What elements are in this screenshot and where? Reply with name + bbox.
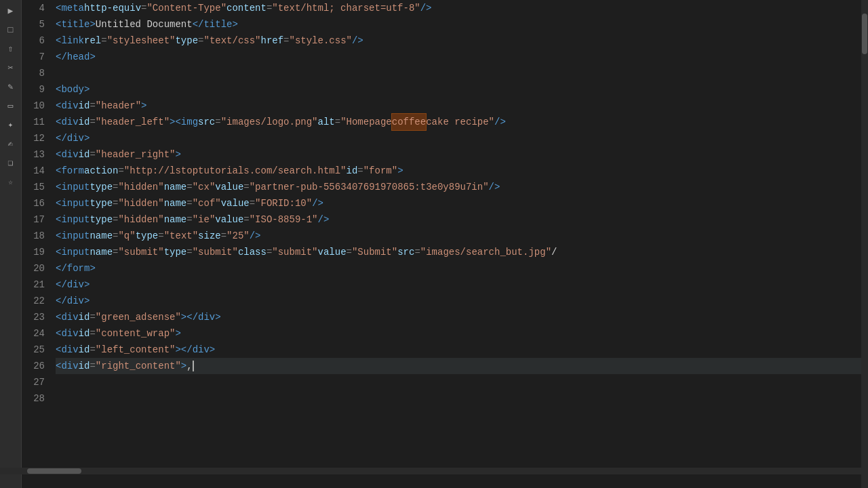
line-number-4: 4	[22, 0, 45, 16]
attr-name-token: http-equiv	[84, 0, 141, 16]
line-number-26: 26	[22, 358, 45, 374]
line-number-14: 14	[22, 163, 45, 179]
tag-token: >	[181, 358, 186, 374]
tag-token: </div>	[56, 130, 90, 146]
code-line-14: <form action="http://lstoptutorials.com/…	[56, 163, 861, 179]
toolbar-icon-eraser[interactable]: ▭	[3, 98, 19, 114]
punct-token: =	[90, 342, 95, 358]
line-number-5: 5	[22, 16, 45, 33]
line-number-10: 10	[22, 98, 45, 114]
punct-token: =	[158, 228, 163, 244]
attr-value-token: cake recipe"	[426, 114, 494, 130]
code-line-20: </form>	[56, 260, 861, 277]
line-number-9: 9	[22, 81, 45, 98]
line-number-21: 21	[22, 277, 45, 293]
punct-token: =	[347, 244, 352, 260]
line-number-19: 19	[22, 244, 45, 260]
code-line-27	[56, 374, 861, 390]
code-line-10: <div id="header">	[56, 98, 861, 114]
attr-value-token: "left_content"	[96, 342, 176, 358]
plain-token: ,	[186, 358, 192, 374]
punct-token: =	[186, 195, 192, 211]
attr-name-token: src	[397, 244, 414, 260]
toolbar-icon-crop[interactable]: ✂	[3, 60, 19, 76]
line-number-20: 20	[22, 260, 45, 277]
editor-container: ▶ □ ⇧ ✂ ✎ ▭ ✦ ✍ ❏ ☆ 45678910111213141516…	[0, 0, 868, 488]
punct-token: =	[118, 163, 123, 179]
line-number-8: 8	[22, 65, 45, 81]
tag-token: <input	[56, 228, 90, 244]
tag-token: />	[312, 195, 323, 211]
attr-value-token: "images/logo.png"	[221, 114, 318, 130]
attr-name-token: type	[90, 179, 113, 195]
attr-value-token: "hidden"	[118, 195, 163, 211]
line-number-16: 16	[22, 195, 45, 211]
attr-name-token: href	[261, 33, 284, 49]
attr-value-token: "partner-pub-5563407691970865:t3e0y89u7i…	[250, 179, 489, 195]
punct-token: =	[90, 325, 95, 342]
attr-name-token: type	[175, 33, 198, 49]
left-toolbar: ▶ □ ⇧ ✂ ✎ ▭ ✦ ✍ ❏ ☆	[0, 0, 22, 488]
line-number-7: 7	[22, 49, 45, 65]
toolbar-icon-select[interactable]: □	[3, 22, 19, 38]
line-number-25: 25	[22, 342, 45, 358]
attr-name-token: type	[164, 244, 187, 260]
code-line-15: <input type="hidden" name="cx" value="pa…	[56, 179, 861, 195]
tag-token: <input	[56, 195, 90, 211]
punct-token: =	[414, 244, 420, 260]
attr-name-token: id	[79, 358, 90, 374]
attr-name-token: value	[215, 211, 243, 228]
attr-name-token: type	[90, 211, 113, 228]
punct-token: =	[243, 179, 249, 195]
attr-value-token: "green_adsense"	[96, 309, 181, 325]
line-number-27: 27	[22, 374, 45, 390]
tag-token: <div	[56, 114, 79, 130]
tag-token: <div	[56, 98, 79, 114]
attr-name-token: id	[79, 309, 90, 325]
attr-value-token: "ie"	[193, 211, 216, 228]
toolbar-icon-move[interactable]: ⇧	[3, 41, 19, 57]
vertical-scrollbar[interactable]	[861, 0, 868, 488]
attr-name-token: value	[318, 244, 347, 260]
attr-value-token: "text/html; charset=utf-8"	[272, 0, 420, 16]
tag-token: <form	[56, 163, 84, 179]
toolbar-icon-hand[interactable]: ✍	[3, 136, 19, 152]
attr-name-token: id	[79, 146, 90, 163]
attr-value-token: "submit"	[118, 244, 163, 260]
code-area[interactable]: <meta http-equiv="Content-Type" content=…	[50, 0, 861, 488]
code-line-7: </head>	[56, 49, 861, 65]
scrollbar-thumb[interactable]	[862, 14, 867, 54]
attr-value-token: "style.css"	[290, 33, 352, 49]
punct-token: =	[90, 309, 95, 325]
punct-token: =	[90, 358, 95, 374]
tag-token: >	[175, 325, 180, 342]
tag-token: </title>	[193, 16, 238, 33]
attr-name-token: alt	[318, 114, 335, 130]
tag-token: />	[489, 179, 500, 195]
punct-token: =	[357, 163, 363, 179]
attr-value-token: "submit"	[272, 244, 317, 260]
line-number-22: 22	[22, 293, 45, 309]
attr-value-token: "header_right"	[96, 146, 176, 163]
tag-token: </div>	[56, 293, 90, 309]
punct-token: =	[90, 146, 95, 163]
code-line-11: <div id="header_left"> <img src="images/…	[56, 114, 861, 130]
horizontal-scrollbar[interactable]	[0, 468, 861, 474]
tag-token: <div	[56, 146, 79, 163]
toolbar-icon-code[interactable]: ☆	[3, 174, 19, 190]
toolbar-icon-star[interactable]: ✦	[3, 117, 19, 133]
attr-name-token: id	[79, 98, 90, 114]
punct-token: =	[113, 228, 118, 244]
code-line-24: <div id="content_wrap">	[56, 325, 861, 342]
attr-value-token: "header"	[96, 98, 141, 114]
code-line-23: <div id="green_adsense"></div>	[56, 309, 861, 325]
horizontal-scrollbar-thumb[interactable]	[27, 468, 81, 474]
punct-token: =	[267, 244, 272, 260]
attr-name-token: id	[347, 163, 358, 179]
punct-token: =	[113, 179, 118, 195]
editor-main: 4567891011121314151617181920212223242526…	[22, 0, 861, 488]
toolbar-icon-layers[interactable]: ❏	[3, 155, 19, 171]
tag-token: />	[352, 33, 363, 49]
toolbar-icon-brush[interactable]: ✎	[3, 79, 19, 95]
toolbar-icon-arrow[interactable]: ▶	[3, 3, 19, 19]
